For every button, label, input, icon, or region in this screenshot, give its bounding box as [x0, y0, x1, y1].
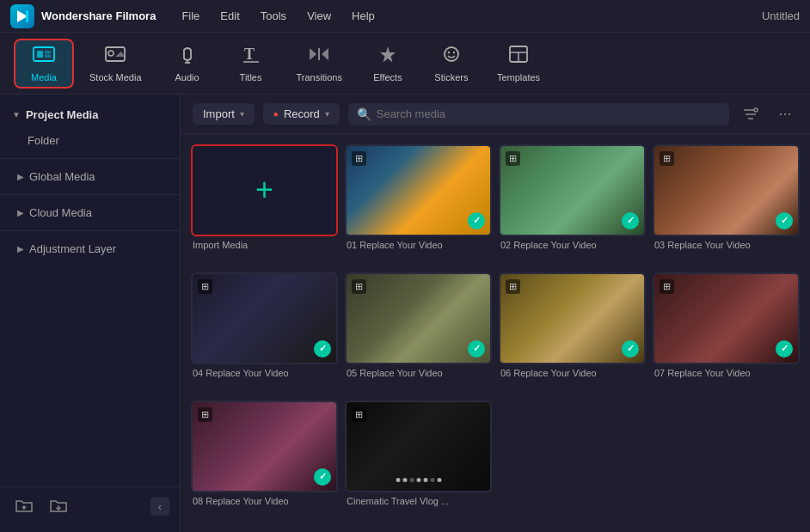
toolbar-effects-label: Effects: [373, 72, 402, 83]
thumb-03: ⊞ ✓: [653, 144, 800, 236]
check-badge-01: ✓: [468, 212, 485, 229]
video-icon-01: ⊞: [352, 151, 366, 166]
svg-rect-2: [34, 47, 54, 61]
project-media-label: Project Media: [26, 108, 99, 121]
label-06: 06 Replace Your Video: [499, 364, 646, 380]
search-box: 🔍: [348, 103, 729, 125]
media-item-07[interactable]: ⊞ ✓ 07 Replace Your Video: [653, 272, 800, 394]
window-title: Untitled: [762, 9, 800, 22]
media-item-05[interactable]: ⊞ ✓ 05 Replace Your Video: [345, 272, 492, 394]
media-item-cinematic[interactable]: ⊞ Cinematic Travel Vlog ...: [345, 401, 492, 522]
toolbar-btn-titles[interactable]: T Titles: [221, 39, 281, 89]
toolbar-btn-media[interactable]: Media: [14, 39, 74, 89]
sidebar-divider-2: [0, 194, 180, 195]
video-icon-05: ⊞: [352, 279, 366, 294]
media-item-06[interactable]: ⊞ ✓ 06 Replace Your Video: [499, 272, 646, 394]
stickers-icon: [441, 45, 462, 69]
app-logo-icon: [10, 4, 34, 28]
sidebar-collapse-btn[interactable]: ‹: [150, 497, 169, 516]
menu-tools[interactable]: Tools: [252, 6, 295, 26]
video-icon-cinematic: ⊞: [352, 407, 366, 422]
media-item-03[interactable]: ⊞ ✓ 03 Replace Your Video: [653, 144, 800, 266]
menu-view[interactable]: View: [298, 6, 340, 26]
global-media-arrow: ▶: [17, 172, 24, 181]
toolbar-audio-label: Audio: [175, 72, 199, 83]
effects-icon: [377, 45, 398, 69]
toolbar-transitions-label: Transitions: [297, 72, 342, 83]
svg-rect-4: [45, 51, 51, 54]
import-folder-btn[interactable]: [45, 494, 72, 518]
sidebar-divider-1: [0, 158, 180, 159]
toolbar-titles-label: Titles: [240, 72, 262, 83]
record-chevron-icon: ▾: [325, 109, 329, 119]
check-badge-05: ✓: [468, 340, 485, 358]
sidebar-item-folder[interactable]: Folder: [7, 128, 173, 153]
svg-point-17: [445, 47, 458, 61]
svg-marker-16: [380, 46, 396, 63]
toolbar-stickers-label: Stickers: [434, 72, 468, 83]
thumb-01: ⊞ ✓: [345, 144, 492, 236]
svg-text:T: T: [244, 46, 255, 63]
app-name: Wondershare Filmora: [41, 9, 156, 22]
sidebar-item-cloud-media[interactable]: ▶ Cloud Media: [0, 200, 180, 225]
sidebar-footer: ‹: [0, 486, 180, 525]
content-area: Import ▾ ● Record ▾ 🔍: [181, 95, 810, 532]
media-icon: [33, 45, 55, 69]
check-badge-02: ✓: [622, 212, 639, 229]
cloud-media-arrow: ▶: [17, 208, 24, 217]
check-badge-04: ✓: [314, 340, 331, 358]
toolbar-btn-audio[interactable]: Audio: [157, 39, 218, 89]
svg-point-18: [448, 51, 450, 52]
media-item-01[interactable]: ⊞ ✓ 01 Replace Your Video: [345, 144, 492, 266]
media-item-08[interactable]: ⊞ ✓ 08 Replace Your Video: [191, 401, 338, 522]
titles-icon: T: [242, 45, 261, 69]
toolbar-btn-templates[interactable]: Templates: [485, 39, 552, 89]
project-media-header[interactable]: ▼ Project Media: [0, 101, 180, 128]
import-button[interactable]: Import ▾: [193, 103, 255, 125]
app-logo: Wondershare Filmora: [10, 4, 156, 28]
video-icon-02: ⊞: [506, 151, 520, 166]
import-thumb: +: [191, 144, 338, 236]
search-icon: 🔍: [357, 107, 371, 121]
record-label: Record: [284, 107, 320, 120]
toolbar-stock-media-label: Stock Media: [89, 72, 142, 83]
media-item-02[interactable]: ⊞ ✓ 02 Replace Your Video: [499, 144, 646, 266]
menu-items: File Edit Tools View Help: [173, 6, 762, 26]
svg-point-30: [754, 108, 758, 112]
menu-help[interactable]: Help: [343, 6, 384, 26]
stock-media-icon: [104, 45, 126, 69]
templates-icon: [508, 45, 529, 69]
import-label: Import: [203, 107, 235, 120]
svg-rect-1: [26, 10, 28, 22]
thumb-08: ⊞ ✓: [191, 401, 338, 492]
thumb-07: ⊞ ✓: [653, 272, 800, 364]
record-button[interactable]: ● Record ▾: [263, 103, 340, 125]
thumb-06: ⊞ ✓: [499, 272, 646, 364]
label-04: 04 Replace Your Video: [191, 364, 338, 380]
import-media-item[interactable]: + Import Media: [191, 144, 338, 266]
filter-button[interactable]: [738, 102, 764, 126]
menu-file[interactable]: File: [173, 6, 208, 26]
record-dot-icon: ●: [273, 109, 279, 119]
toolbar-btn-stickers[interactable]: Stickers: [421, 39, 482, 89]
cinematic-dots: [396, 478, 441, 482]
sidebar-item-global-media[interactable]: ▶ Global Media: [0, 164, 180, 189]
media-item-04[interactable]: ⊞ ✓ 04 Replace Your Video: [191, 272, 338, 394]
label-cinematic: Cinematic Travel Vlog ...: [345, 492, 492, 508]
thumb-05: ⊞ ✓: [345, 272, 492, 364]
video-icon-04: ⊞: [198, 279, 212, 294]
more-button[interactable]: ···: [772, 102, 798, 126]
toolbar-btn-stock-media[interactable]: Stock Media: [77, 39, 154, 89]
sidebar-item-adjustment-layer[interactable]: ▶ Adjustment Layer: [0, 236, 180, 261]
project-media-arrow: ▼: [12, 110, 21, 119]
toolbar-btn-transitions[interactable]: Transitions: [285, 39, 354, 89]
import-plus-icon: +: [255, 172, 273, 208]
search-input[interactable]: [377, 107, 721, 120]
menu-edit[interactable]: Edit: [212, 6, 248, 26]
toolbar-btn-effects[interactable]: Effects: [358, 39, 418, 89]
video-icon-08: ⊞: [198, 407, 212, 422]
thumb-cinematic: ⊞: [345, 401, 492, 492]
new-folder-btn[interactable]: [10, 494, 38, 518]
check-badge-07: ✓: [776, 340, 793, 358]
label-07: 07 Replace Your Video: [653, 364, 800, 380]
